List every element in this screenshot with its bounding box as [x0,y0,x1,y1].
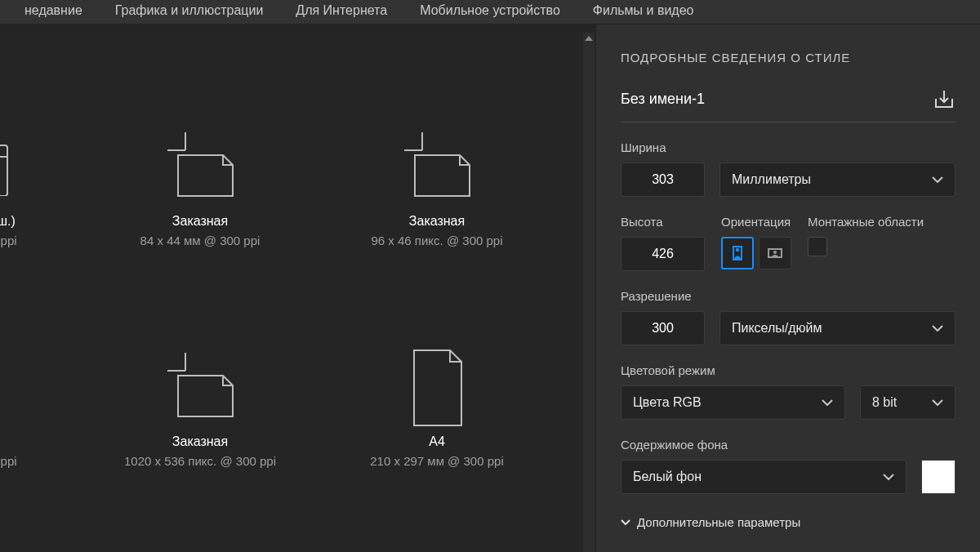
preset-item[interactable]: Заказная 96 x 46 пикс. @ 300 ppi [318,49,555,269]
background-color-swatch[interactable] [921,460,956,494]
new-doc-landscape-icon [0,343,20,433]
preset-subtitle: икс. @ 72 ppi [0,234,17,247]
svg-point-10 [736,248,739,252]
orientation-landscape-button[interactable] [759,237,791,269]
chevron-down-icon [932,176,943,183]
preset-title: ое разреш.) [0,214,16,229]
scroll-up-button[interactable] [583,33,595,44]
background-label: Содержимое фона [621,438,956,452]
preset-details-panel: ПОДРОБНЫЕ СВЕДЕНИЯ О СТИЛЕ Без имени-1 Ш… [596,24,980,552]
category-tabs: недавние Графика и иллюстрации Для Интер… [0,0,980,24]
preset-grid: ое разреш.) икс. @ 72 ppi Заказная 84 x … [0,24,596,552]
height-label: Высота [621,215,705,229]
color-mode-label: Цветовой режим [621,363,956,377]
units-value: Миллиметры [732,172,811,187]
chevron-down-icon [822,399,833,406]
new-doc-landscape-icon [396,122,478,212]
advanced-options-toggle[interactable]: Дополнительные параметры [621,515,956,529]
preset-item[interactable]: я кс. @ 300 ppi [0,269,82,490]
bit-depth-value: 8 bit [872,395,897,410]
chevron-down-icon [932,325,943,332]
panel-heading: ПОДРОБНЫЕ СВЕДЕНИЯ О СТИЛЕ [621,51,956,65]
preset-title: Заказная [172,214,228,229]
color-mode-select[interactable]: Цвета RGB [621,385,845,420]
page-portrait-icon [404,343,470,433]
resolution-units-value: Пикселы/дюйм [732,321,822,336]
document-name-input[interactable]: Без имени-1 [621,91,933,108]
chevron-down-icon [932,399,943,406]
preset-item[interactable]: Заказная 84 x 44 мм @ 300 ppi [82,49,318,269]
preset-title: Заказная [172,434,228,449]
background-select[interactable]: Белый фон [621,460,906,494]
artboards-label: Монтажные области [808,215,924,229]
tab-recent[interactable]: недавние [24,0,82,24]
resolution-input[interactable] [621,311,705,345]
preset-subtitle: 84 x 44 мм @ 300 ppi [140,234,261,247]
preset-title: Заказная [409,214,465,229]
tab-web[interactable]: Для Интернета [296,0,387,24]
resolution-units-select[interactable]: Пикселы/дюйм [719,311,956,345]
orientation-portrait-button[interactable] [721,237,754,269]
tab-mobile[interactable]: Мобильное устройство [420,0,560,24]
color-mode-value: Цвета RGB [633,395,702,410]
preset-item[interactable]: Заказная 1020 x 536 пикс. @ 300 ppi [82,269,318,490]
chevron-down-icon [883,474,894,480]
background-value: Белый фон [633,470,702,484]
tab-graphics[interactable]: Графика и иллюстрации [115,0,264,24]
units-select[interactable]: Миллиметры [719,162,956,197]
preset-subtitle: кс. @ 300 ppi [0,454,17,468]
width-label: Ширина [621,140,956,154]
preset-item[interactable]: ое разреш.) икс. @ 72 ppi [0,49,82,269]
save-preset-icon[interactable] [933,87,956,110]
svg-rect-0 [0,145,7,196]
resolution-label: Разрешение [621,289,956,303]
width-input[interactable] [621,162,705,197]
chevron-down-icon [621,519,630,525]
clipboard-icon [0,122,16,212]
preset-subtitle: 96 x 46 пикс. @ 300 ppi [371,234,502,247]
preset-subtitle: 210 x 297 мм @ 300 ppi [370,454,503,468]
artboards-checkbox[interactable] [808,237,827,256]
new-doc-landscape-icon [159,343,241,433]
svg-point-12 [773,251,777,254]
bit-depth-select[interactable]: 8 bit [860,385,956,420]
preset-item[interactable]: A4 210 x 297 мм @ 300 ppi [318,269,555,490]
tab-film[interactable]: Фильмы и видео [593,0,694,24]
scrollbar-track[interactable] [583,33,595,552]
preset-title: A4 [429,434,445,449]
preset-subtitle: 1020 x 536 пикс. @ 300 ppi [124,454,276,468]
advanced-options-label: Дополнительные параметры [637,515,800,529]
new-doc-landscape-icon [159,122,241,212]
height-input[interactable] [621,237,705,271]
orientation-label: Ориентация [721,215,791,229]
